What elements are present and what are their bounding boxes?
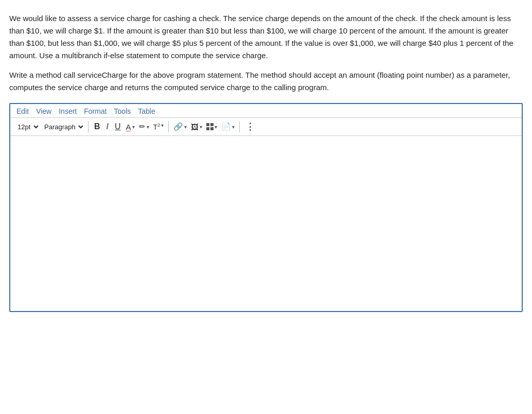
underline-button[interactable]: U: [112, 121, 123, 132]
font-color-label: A: [126, 123, 131, 131]
underline-label: U: [115, 122, 121, 131]
font-color-chevron: ▾: [132, 124, 135, 130]
menu-insert[interactable]: Insert: [57, 106, 79, 116]
document-icon: 📄: [221, 122, 231, 131]
question-paragraph-2: Write a method call serviceCharge for th…: [9, 69, 523, 94]
menu-table[interactable]: Table: [136, 106, 157, 116]
special-chars-icon: [206, 123, 214, 130]
divider-1: [88, 121, 88, 132]
italic-button[interactable]: I: [104, 121, 111, 132]
editor-menubar: Edit View Insert Format Tools Table: [10, 104, 522, 118]
question-paragraph-1: We would like to assess a service charge…: [9, 12, 523, 62]
highlight-chevron: ▾: [147, 124, 149, 130]
menu-edit[interactable]: Edit: [14, 106, 31, 116]
more-options-icon: ⋮: [245, 122, 256, 132]
superscript-chevron: ▾: [161, 123, 164, 128]
font-size-group: 12pt 10pt 14pt 16pt 18pt: [14, 122, 40, 132]
page-wrapper: We would like to assess a service charge…: [9, 12, 523, 312]
divider-3: [239, 121, 240, 132]
document-button[interactable]: 📄 ▾: [220, 121, 236, 132]
special-chars-chevron: ▾: [215, 124, 217, 130]
editor-body[interactable]: [10, 136, 522, 311]
bold-label: B: [94, 122, 100, 131]
font-color-button[interactable]: A ▾: [125, 122, 136, 132]
image-icon: 🖼: [191, 123, 199, 131]
menu-tools[interactable]: Tools: [112, 106, 133, 116]
divider-2: [168, 121, 169, 132]
menu-view[interactable]: View: [34, 106, 54, 116]
paragraph-style-group: Paragraph Heading 1 Heading 2 Heading 3: [41, 122, 85, 132]
font-size-select[interactable]: 12pt 10pt 14pt 16pt 18pt: [14, 122, 40, 132]
more-options-button[interactable]: ⋮: [243, 120, 258, 133]
document-chevron: ▾: [232, 124, 235, 130]
superscript-button[interactable]: T2 ▾: [152, 122, 166, 132]
editor-container: Edit View Insert Format Tools Table 12pt…: [9, 103, 523, 312]
bold-button[interactable]: B: [92, 121, 103, 132]
highlight-icon: ✏: [139, 122, 146, 131]
image-chevron: ▾: [200, 124, 202, 130]
toolbar: 12pt 10pt 14pt 16pt 18pt Paragraph Headi…: [10, 118, 522, 136]
image-button[interactable]: 🖼 ▾: [189, 122, 204, 132]
paragraph-style-select[interactable]: Paragraph Heading 1 Heading 2 Heading 3: [41, 122, 85, 132]
link-icon: 🔗: [173, 122, 183, 131]
menu-format[interactable]: Format: [82, 106, 109, 116]
superscript-label: T2: [153, 123, 161, 131]
special-chars-button[interactable]: ▾: [205, 122, 219, 131]
highlight-button[interactable]: ✏ ▾: [137, 121, 151, 132]
link-button[interactable]: 🔗 ▾: [172, 121, 188, 132]
link-chevron: ▾: [184, 124, 187, 130]
question-block: We would like to assess a service charge…: [9, 12, 523, 94]
italic-label: I: [107, 122, 109, 131]
